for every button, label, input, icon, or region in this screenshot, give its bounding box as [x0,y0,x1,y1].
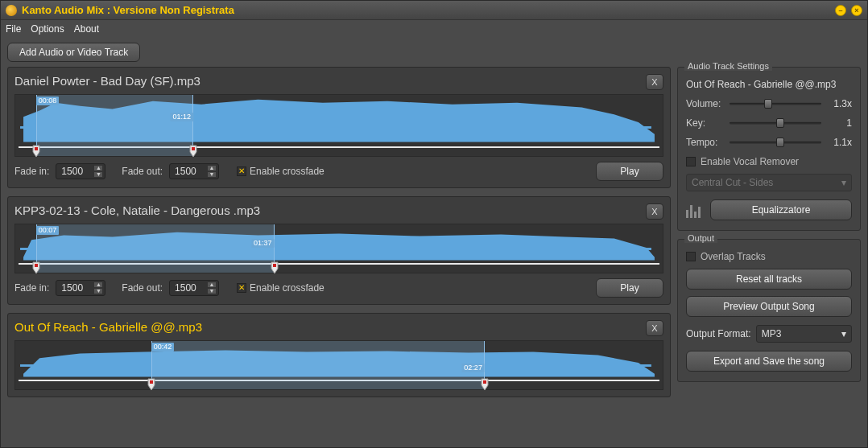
marker-start[interactable] [147,378,155,391]
spin-down-icon[interactable]: ▼ [93,288,103,294]
add-track-button[interactable]: Add Audio or Video Track [7,43,140,62]
crossfade-label: Enable crossfade [250,166,324,177]
checkbox-icon [686,252,696,261]
marker-end[interactable] [271,261,279,274]
output-format-label: Output Format: [686,328,751,339]
menu-file[interactable]: File [6,23,21,35]
panel-title: Audio Track Settings [684,61,772,71]
track-close-button[interactable]: X [646,203,663,220]
preview-output-button[interactable]: Preview Output Song [686,296,852,317]
tempo-label: Tempo: [686,137,723,148]
minimize-button[interactable]: – [835,5,846,16]
slider-thumb[interactable] [776,118,784,128]
tempo-value: 1.1x [828,137,852,148]
app-icon [6,5,17,16]
play-button[interactable]: Play [596,278,663,298]
key-label: Key: [686,117,723,129]
track-title: Daniel Powter - Bad Day (SF).mp3 [14,72,646,91]
waveform[interactable]: 00:42 02:27 [14,340,663,390]
svg-rect-7 [150,380,153,384]
spin-up-icon[interactable]: ▲ [93,165,103,171]
spin-down-icon[interactable]: ▼ [207,171,217,178]
timestamp-start: 00:07 [36,226,60,235]
side-column: Audio Track Settings Out Of Reach - Gabr… [677,67,861,441]
crossfade-checkbox[interactable]: ✕ Enable crossfade [237,166,324,177]
fade-in-label: Fade in: [14,166,49,177]
tempo-slider[interactable] [730,137,821,148]
waveform[interactable]: 00:07 01:37 [14,224,663,273]
spin-down-icon[interactable]: ▼ [93,171,103,178]
checkbox-icon [686,157,696,166]
spin-up-icon[interactable]: ▲ [207,165,217,171]
timestamp-end: 02:27 [461,364,485,372]
selection-region[interactable] [36,95,193,156]
fade-out-input[interactable]: ▲▼ [169,280,219,296]
fade-out-label: Fade out: [122,282,163,294]
menu-about[interactable]: About [74,23,99,35]
key-value: 1 [828,117,852,129]
timestamp-end: 01:37 [251,239,275,248]
equalizer-icon [686,202,704,218]
track: Daniel Powter - Bad Day (SF).mp3 X 00:08… [7,67,671,188]
fade-in-label: Fade in: [14,282,49,294]
selection-region[interactable] [151,341,485,389]
fade-out-label: Fade out: [122,166,163,177]
track: Out Of Reach - Gabrielle @@.mp3 X 00:42 … [7,313,671,397]
slider-thumb[interactable] [776,138,784,147]
crossfade-checkbox[interactable]: ✕ Enable crossfade [237,282,324,294]
selection-region[interactable] [36,224,275,273]
selected-track-name: Out Of Reach - Gabrielle @@.mp3 [686,79,852,90]
track-close-button[interactable]: X [646,320,663,336]
output-format-select[interactable]: MP3 ▾ [756,325,852,343]
vocal-remover-label: Enable Vocal Remover [701,156,799,167]
fade-in-input[interactable]: ▲▼ [56,280,105,296]
spin-up-icon[interactable]: ▲ [207,282,217,288]
svg-rect-8 [483,380,486,384]
track: KPP3-02-13 - Cole, Natalie - Dangerous .… [7,196,671,305]
crossfade-label: Enable crossfade [250,282,324,294]
panel-title: Output [684,233,717,243]
timestamp-end: 01:12 [171,113,194,121]
overlap-tracks-label: Overlap Tracks [701,251,766,262]
svg-rect-2 [192,147,195,150]
svg-rect-4 [35,264,38,267]
slider-thumb[interactable] [764,99,772,109]
track-close-button[interactable]: X [646,74,663,90]
vocal-mode-select: Central Cut - Sides ▾ [686,174,852,191]
checkbox-icon: ✕ [237,283,246,293]
volume-value: 1.3x [828,98,852,109]
menubar: File Options About [1,20,867,38]
equalizer-button[interactable]: Equalizzatore [710,199,852,220]
timestamp-start: 00:08 [36,97,60,105]
audio-track-settings-panel: Audio Track Settings Out Of Reach - Gabr… [677,67,861,231]
play-button[interactable]: Play [596,162,663,181]
fade-out-input[interactable]: ▲▼ [169,163,219,179]
output-panel: Output Overlap Tracks Reset all tracks P… [677,239,861,382]
marker-start[interactable] [32,145,40,158]
close-button[interactable]: × [851,5,862,16]
app-window: Kanto Audio Mix : Versione Non Registrat… [0,0,868,448]
marker-start[interactable] [32,261,40,274]
vocal-remover-checkbox[interactable]: Enable Vocal Remover [686,156,852,167]
chevron-down-icon: ▾ [841,177,846,188]
spin-down-icon[interactable]: ▼ [207,288,217,294]
reset-tracks-button[interactable]: Reset all tracks [686,269,852,290]
window-title: Kanto Audio Mix : Versione Non Registrat… [22,4,835,16]
marker-end[interactable] [481,378,489,391]
checkbox-icon: ✕ [237,166,246,176]
volume-label: Volume: [686,98,723,109]
volume-slider[interactable] [730,98,821,109]
timestamp-start: 00:42 [151,343,175,351]
waveform[interactable]: 00:08 01:12 [14,94,663,157]
fade-in-input[interactable]: ▲▼ [56,163,105,179]
chevron-down-icon: ▾ [841,328,846,339]
menu-options[interactable]: Options [31,23,64,35]
tracks-column: Daniel Powter - Bad Day (SF).mp3 X 00:08… [7,67,671,441]
key-slider[interactable] [730,117,821,129]
marker-end[interactable] [189,145,197,158]
svg-rect-1 [35,147,38,150]
overlap-tracks-checkbox[interactable]: Overlap Tracks [686,251,852,262]
export-button[interactable]: Export and Save the song [686,351,852,372]
track-title: Out Of Reach - Gabrielle @@.mp3 [14,319,646,337]
spin-up-icon[interactable]: ▲ [93,282,103,288]
